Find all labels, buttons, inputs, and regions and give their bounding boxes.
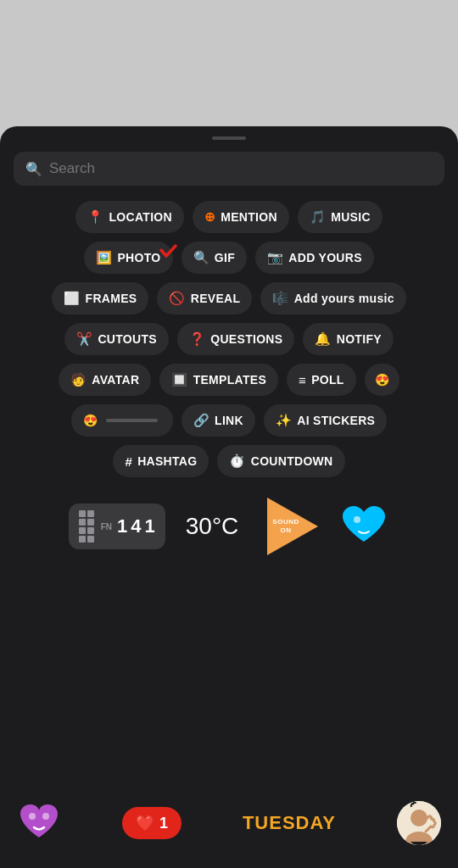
like-count: 1 [159,815,168,832]
sticker-add-yours[interactable]: 📷 ADD YOURS [255,242,374,274]
bottom-bar: ❤️ 1 TUESDAY [0,792,458,868]
sticker-templates[interactable]: 🔲 TEMPLATES [159,364,278,396]
sticker-row-7: # HASHTAG ⏱️ COUNTDOWN [14,445,444,477]
emoji-1-label: 😍 [375,373,389,387]
cutouts-icon: ✂️ [76,331,92,347]
music-label: MUSIC [331,210,371,224]
sticker-row-1: 📍 LOCATION ⊕ MENTION 🎵 MUSIC [14,201,444,233]
ai-stickers-icon: ✨ [276,413,292,428]
drag-handle[interactable] [212,136,246,140]
sticker-link[interactable]: 🔗 LINK [182,404,255,437]
avatar-label: AVATAR [92,373,139,387]
sticker-row-3: ⬜ FRAMES 🚫 REVEAL 🎼 Add yours music [14,282,444,314]
sticker-cutouts[interactable]: ✂️ CUTOUTS [64,323,169,355]
sticker-row-5: 🧑 AVATAR 🔲 TEMPLATES ≡ POLL 😍 [14,364,444,396]
sticker-avatar[interactable]: 🧑 AVATAR [59,364,151,396]
sticker-hashtag[interactable]: # HASHTAG [113,445,209,477]
reveal-label: REVEAL [191,292,241,305]
temperature-value: 30°C [186,513,239,539]
temperature-widget[interactable]: 30°C [186,513,239,540]
sticker-row-6: 😍 🔗 LINK ✨ AI STICKERS [14,404,444,437]
sticker-mention[interactable]: ⊕ MENTION [193,201,289,233]
svg-point-0 [354,516,360,523]
templates-label: TEMPLATES [193,373,266,387]
sticker-row-2: 🖼️ PHOTO 🔍 GIF 📷 ADD YOURS [14,242,444,274]
frames-label: FRAMES [86,292,137,305]
score-num2: 4 [131,515,141,537]
search-bar[interactable]: 🔍 [14,152,444,186]
svg-point-9 [411,810,427,826]
svg-point-6 [42,813,49,820]
sticker-reveal[interactable]: 🚫 REVEAL [157,282,252,314]
sticker-emoji-slider[interactable]: 😍 [71,404,173,437]
emoji-slider-icon: 😍 [83,414,98,427]
music-icon: 🎵 [310,209,326,225]
photo-icon: 🖼️ [96,250,112,265]
photo-btn-wrap: 🖼️ PHOTO [84,242,172,274]
search-input[interactable] [49,160,433,177]
score-prefix: FN [101,522,112,531]
poll-icon: ≡ [299,373,306,387]
sticker-emoji-1[interactable]: 😍 [365,364,399,396]
score-value: 1 [117,515,127,537]
sticker-frames[interactable]: ⬜ FRAMES [52,282,148,314]
hashtag-label: HASHTAG [137,454,197,468]
sticker-photo[interactable]: 🖼️ PHOTO [84,242,172,274]
location-icon: 📍 [87,209,103,225]
hashtag-icon: # [125,454,132,469]
sticker-picker-sheet: 🔍 📍 LOCATION ⊕ MENTION 🎵 MUSIC 🖼️ [0,126,458,868]
sticker-notify[interactable]: 🔔 NOTIFY [303,323,393,355]
add-yours-icon: 📷 [267,250,283,265]
sticker-countdown[interactable]: ⏱️ COUNTDOWN [217,445,344,477]
day-label: TUESDAY [243,812,336,834]
blue-heart-sticker[interactable] [338,503,389,550]
link-icon: 🔗 [193,413,209,428]
widget-section: FN 1 4 1 30°C SOUNDON [14,492,444,560]
templates-icon: 🔲 [171,372,187,387]
svg-point-4 [29,813,36,820]
notify-icon: 🔔 [315,331,331,347]
sticker-location[interactable]: 📍 LOCATION [75,201,184,233]
like-badge[interactable]: ❤️ 1 [122,807,182,839]
score-num3: 1 [145,515,155,537]
avatar-icon: 🧑 [70,372,87,387]
add-yours-music-icon: 🎼 [272,291,288,306]
sticker-gif[interactable]: 🔍 GIF [182,242,248,274]
avatar-image [397,801,441,845]
notify-label: NOTIFY [337,332,382,346]
photo-label: PHOTO [117,251,160,264]
widget-row: FN 1 4 1 30°C SOUNDON [14,492,444,560]
countdown-icon: ⏱️ [229,453,245,469]
cutouts-label: CUTOUTS [98,332,157,346]
gif-label: GIF [215,251,235,264]
ai-stickers-label: AI STICKERS [297,414,375,427]
sound-on-sticker[interactable]: SOUNDON [259,492,327,560]
sound-on-label: SOUNDON [272,518,299,534]
sticker-add-yours-music[interactable]: 🎼 Add yours music [260,282,405,314]
questions-icon: ❓ [189,331,205,347]
emoji-slider-bar [106,419,158,422]
questions-label: QUESTIONS [210,332,282,346]
countdown-label: COUNTDOWN [251,454,333,468]
add-yours-music-label: Add yours music [294,292,394,305]
sticker-questions[interactable]: ❓ QUESTIONS [177,323,294,355]
poll-label: POLL [311,373,344,387]
sticker-row-4: ✂️ CUTOUTS ❓ QUESTIONS 🔔 NOTIFY [14,323,444,355]
purple-heart-sticker[interactable] [17,802,61,844]
sticker-poll[interactable]: ≡ POLL [287,364,356,396]
mention-icon: ⊕ [204,209,215,225]
frames-icon: ⬜ [64,291,80,306]
top-preview-area [0,0,458,131]
reveal-icon: 🚫 [169,291,185,306]
link-label: LINK [215,414,243,427]
sticker-grid: 📍 LOCATION ⊕ MENTION 🎵 MUSIC 🖼️ PHOTO [14,201,444,477]
grid-icon [79,510,94,542]
search-icon: 🔍 [25,161,42,177]
sticker-music[interactable]: 🎵 MUSIC [298,201,383,233]
mention-label: MENTION [221,210,277,224]
add-yours-label: ADD YOURS [288,251,361,264]
gif-icon: 🔍 [193,250,209,265]
score-widget[interactable]: FN 1 4 1 [69,504,165,549]
sticker-ai-stickers[interactable]: ✨ AI STICKERS [264,404,387,437]
location-label: LOCATION [109,210,171,224]
